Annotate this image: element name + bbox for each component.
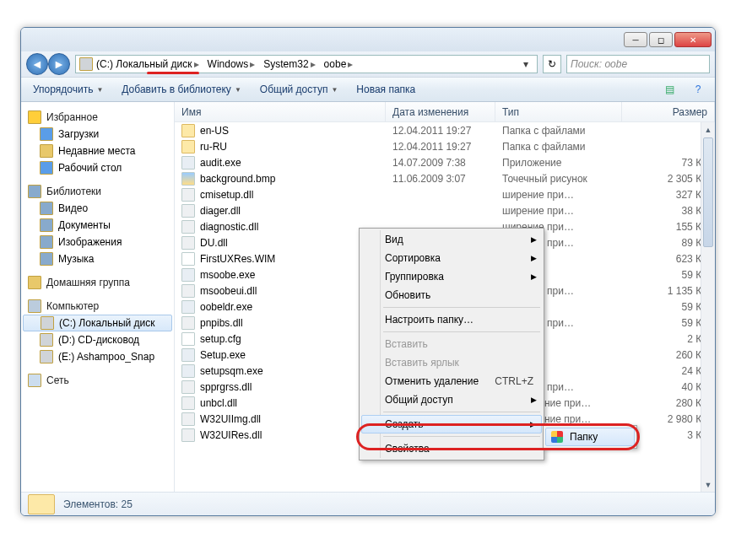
scroll-thumb[interactable] bbox=[703, 137, 713, 247]
sidebar-item-drive-c[interactable]: (C:) Локальный диск bbox=[23, 315, 172, 331]
file-icon bbox=[181, 300, 195, 314]
file-icon bbox=[181, 348, 195, 362]
sidebar-item-documents[interactable]: Документы bbox=[21, 217, 174, 234]
file-icon bbox=[181, 380, 195, 394]
sidebar-network[interactable]: Сеть bbox=[21, 372, 174, 389]
table-row[interactable]: audit.exe14.07.2009 7:38Приложение73 КБ bbox=[175, 154, 715, 170]
scroll-down[interactable]: ▼ bbox=[701, 477, 715, 492]
sidebar-item-drive-d[interactable]: (D:) CD-дисковод bbox=[21, 331, 174, 348]
file-icon bbox=[181, 396, 195, 410]
file-icon bbox=[181, 364, 195, 378]
sidebar-item-drive-e[interactable]: (E:) Ashampoo_Snap bbox=[21, 348, 174, 365]
table-row[interactable]: cmisetup.dllширение при…327 КБ bbox=[175, 186, 715, 202]
breadcrumb[interactable]: System32▸ bbox=[260, 56, 320, 73]
ctx-refresh[interactable]: Обновить bbox=[361, 286, 542, 304]
ctx-view[interactable]: Вид▶ bbox=[361, 230, 542, 249]
libraries-icon bbox=[28, 185, 41, 198]
close-button[interactable]: ✕ bbox=[674, 32, 712, 47]
column-headers: Имя Дата изменения Тип Размер bbox=[175, 102, 715, 122]
minimize-button[interactable]: ─ bbox=[624, 32, 647, 47]
column-size[interactable]: Размер bbox=[622, 102, 715, 121]
sidebar-computer[interactable]: Компьютер bbox=[21, 298, 174, 315]
file-icon bbox=[181, 124, 195, 137]
breadcrumb[interactable]: oobe▸ bbox=[321, 56, 359, 73]
column-name[interactable]: Имя bbox=[175, 102, 386, 121]
cd-icon bbox=[40, 333, 53, 347]
sidebar-libraries[interactable]: Библиотеки bbox=[21, 183, 174, 200]
file-icon bbox=[181, 236, 195, 250]
address-row: ◄ ► (C:) Локальный диск▸ Windows▸ System… bbox=[21, 51, 715, 77]
downloads-icon bbox=[40, 127, 53, 141]
ctx-create[interactable]: Создать▶ bbox=[361, 415, 542, 433]
ctx-properties[interactable]: Свойства bbox=[361, 439, 542, 458]
homegroup-icon bbox=[28, 276, 41, 289]
ctx-share[interactable]: Общий доступ▶ bbox=[361, 390, 542, 409]
shield-icon bbox=[551, 431, 563, 443]
sidebar-item-desktop[interactable]: Рабочий стол bbox=[21, 159, 174, 176]
breadcrumb[interactable]: (C:) Локальный диск▸ bbox=[93, 56, 204, 73]
table-row[interactable]: ru-RU12.04.2011 19:27Папка с файлами bbox=[175, 138, 715, 154]
folder-icon bbox=[28, 494, 55, 514]
desktop-icon bbox=[40, 161, 53, 175]
back-button[interactable]: ◄ bbox=[26, 53, 48, 75]
sidebar-item-video[interactable]: Видео bbox=[21, 200, 174, 217]
context-menu: Вид▶ Сортировка▶ Группировка▶ Обновить Н… bbox=[359, 228, 544, 460]
scrollbar[interactable]: ▲ ▼ bbox=[701, 122, 715, 492]
navigation-pane: Избранное Загрузки Недавние места Рабочи… bbox=[21, 102, 175, 492]
table-row[interactable]: background.bmp11.06.2009 3:07Точечный ри… bbox=[175, 170, 715, 186]
column-date[interactable]: Дата изменения bbox=[386, 102, 495, 121]
view-mode-button[interactable]: ▤ bbox=[659, 80, 679, 99]
forward-button[interactable]: ► bbox=[48, 53, 70, 75]
share-button[interactable]: Общий доступ▼ bbox=[255, 81, 344, 98]
address-dropdown[interactable]: ▾ bbox=[518, 58, 533, 70]
sidebar-item-pictures[interactable]: Изображения bbox=[21, 234, 174, 250]
address-bar[interactable]: (C:) Локальный диск▸ Windows▸ System32▸ … bbox=[75, 55, 538, 73]
star-icon bbox=[28, 110, 41, 124]
status-text: Элементов: 25 bbox=[63, 498, 133, 510]
ctx-paste-shortcut: Вставить ярлык bbox=[361, 353, 542, 372]
network-icon bbox=[28, 374, 41, 387]
context-submenu-create: Папку bbox=[543, 425, 637, 449]
ctx-paste: Вставить bbox=[361, 335, 542, 353]
toolbar: Упорядочить▼ Добавить в библиотеку▼ Общи… bbox=[21, 77, 715, 102]
file-icon bbox=[181, 412, 195, 426]
pictures-icon bbox=[40, 235, 53, 249]
organize-button[interactable]: Упорядочить▼ bbox=[28, 81, 108, 98]
file-icon bbox=[181, 188, 195, 202]
new-folder-button[interactable]: Новая папка bbox=[351, 81, 420, 98]
documents-icon bbox=[40, 218, 53, 232]
music-icon bbox=[40, 252, 53, 266]
file-icon bbox=[181, 284, 195, 298]
file-icon bbox=[181, 268, 195, 282]
file-icon bbox=[181, 332, 195, 346]
ctx-customize[interactable]: Настроить папку… bbox=[361, 310, 542, 329]
video-icon bbox=[40, 202, 53, 215]
file-icon bbox=[181, 140, 195, 153]
file-icon bbox=[181, 316, 195, 330]
sidebar-item-music[interactable]: Музыка bbox=[21, 250, 174, 267]
drive-icon bbox=[79, 57, 93, 71]
file-icon bbox=[181, 252, 195, 266]
file-icon bbox=[181, 220, 195, 234]
status-bar: Элементов: 25 bbox=[21, 492, 715, 515]
file-icon bbox=[181, 156, 195, 170]
add-to-library-button[interactable]: Добавить в библиотеку▼ bbox=[116, 81, 246, 98]
ctx-group[interactable]: Группировка▶ bbox=[361, 267, 542, 286]
sidebar-favorites[interactable]: Избранное bbox=[21, 109, 174, 126]
ctx-create-folder[interactable]: Папку bbox=[545, 428, 635, 446]
breadcrumb[interactable]: Windows▸ bbox=[204, 56, 261, 73]
table-row[interactable]: en-US12.04.2011 19:27Папка с файлами bbox=[175, 122, 715, 138]
scroll-up[interactable]: ▲ bbox=[701, 122, 715, 137]
ctx-sort[interactable]: Сортировка▶ bbox=[361, 249, 542, 267]
sidebar-homegroup[interactable]: Домашняя группа bbox=[21, 274, 174, 291]
sidebar-item-downloads[interactable]: Загрузки bbox=[21, 126, 174, 143]
column-type[interactable]: Тип bbox=[495, 102, 622, 121]
maximize-button[interactable]: ◻ bbox=[649, 32, 673, 47]
drive-icon bbox=[40, 350, 53, 363]
search-input[interactable]: Поиск: oobe bbox=[566, 55, 710, 73]
refresh-button[interactable]: ↻ bbox=[543, 55, 561, 73]
sidebar-item-recent[interactable]: Недавние места bbox=[21, 143, 174, 159]
help-button[interactable]: ? bbox=[688, 80, 708, 99]
ctx-undo-delete[interactable]: Отменить удалениеCTRL+Z bbox=[361, 372, 542, 390]
table-row[interactable]: diager.dllширение при…38 КБ bbox=[175, 202, 715, 218]
